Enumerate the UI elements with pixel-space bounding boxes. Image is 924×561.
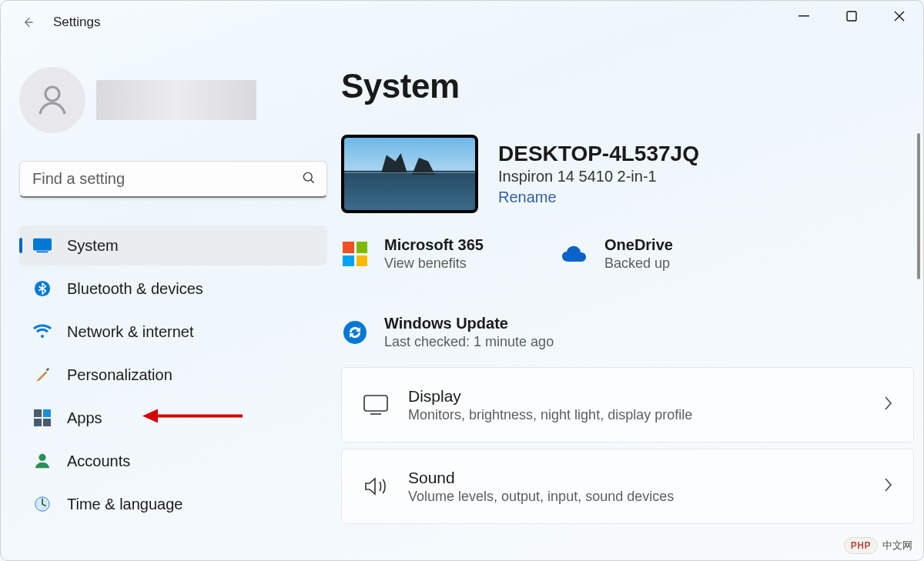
svg-point-13 [38, 454, 45, 461]
sidebar-item-label: Apps [67, 409, 102, 427]
status-tiles: Microsoft 365 View benefits OneDrive Bac… [341, 236, 914, 350]
sidebar: System Bluetooth & devices Network & int… [1, 61, 341, 560]
main-content: System DESKTOP-4L537JQ Inspiron 14 5410 … [341, 61, 923, 560]
watermark-badge: PHP [844, 537, 878, 554]
profile-block[interactable] [19, 67, 327, 133]
app-title: Settings [53, 15, 100, 30]
sidebar-item-apps[interactable]: Apps [19, 398, 327, 438]
scrollbar-thumb[interactable] [917, 133, 920, 279]
search-input[interactable] [19, 161, 327, 198]
wifi-icon [33, 322, 52, 341]
sidebar-item-label: Personalization [67, 366, 172, 384]
bluetooth-icon [33, 279, 52, 298]
paintbrush-icon [33, 366, 52, 384]
card-sound[interactable]: Sound Volume levels, output, input, soun… [341, 449, 914, 524]
system-icon [33, 236, 52, 255]
device-block: DESKTOP-4L537JQ Inspiron 14 5410 2-in-1 … [341, 135, 914, 213]
person-icon [34, 82, 71, 119]
tile-subtitle: Backed up [604, 255, 673, 272]
sidebar-item-network[interactable]: Network & internet [19, 312, 327, 352]
tile-title: Microsoft 365 [384, 236, 484, 254]
search-wrap [19, 161, 327, 198]
svg-rect-5 [37, 251, 49, 252]
svg-rect-9 [34, 419, 42, 426]
avatar [19, 67, 85, 133]
tile-windows-update[interactable]: Windows Update Last checked: 1 minute ag… [341, 315, 914, 350]
minimize-button[interactable] [780, 1, 828, 32]
sidebar-item-system[interactable]: System [19, 225, 327, 265]
sidebar-item-personalization[interactable]: Personalization [19, 355, 327, 395]
svg-point-2 [45, 87, 59, 101]
svg-rect-7 [34, 409, 42, 417]
display-icon [362, 391, 390, 419]
watermark: PHP 中文网 [844, 537, 912, 554]
arrow-left-icon [20, 15, 35, 30]
svg-rect-16 [364, 396, 387, 411]
sidebar-item-label: Network & internet [67, 323, 194, 341]
svg-point-15 [343, 321, 367, 344]
device-model: Inspiron 14 5410 2-in-1 [498, 168, 699, 185]
apps-icon [33, 409, 52, 427]
sidebar-item-label: System [67, 237, 119, 255]
tile-onedrive[interactable]: OneDrive Backed up [561, 236, 738, 272]
window-controls [780, 1, 923, 32]
back-button[interactable] [10, 5, 45, 40]
sidebar-item-label: Time & language [67, 496, 182, 513]
svg-rect-8 [43, 409, 51, 417]
watermark-text: 中文网 [882, 539, 912, 553]
maximize-button[interactable] [828, 1, 875, 32]
device-thumbnail[interactable] [341, 135, 478, 213]
card-title: Display [408, 387, 864, 406]
close-button[interactable] [875, 1, 923, 32]
chevron-right-icon [882, 395, 893, 415]
sidebar-item-label: Bluetooth & devices [67, 280, 203, 298]
rename-link[interactable]: Rename [498, 189, 699, 206]
card-display[interactable]: Display Monitors, brightness, night ligh… [341, 367, 914, 442]
titlebar: Settings [1, 1, 923, 44]
svg-rect-10 [43, 419, 51, 426]
accounts-icon [33, 452, 52, 470]
clock-globe-icon [33, 495, 52, 513]
svg-rect-1 [847, 12, 856, 21]
svg-rect-0 [798, 15, 809, 16]
tile-subtitle: Last checked: 1 minute ago [384, 334, 554, 350]
sound-icon [362, 473, 390, 500]
tile-subtitle: View benefits [384, 255, 484, 272]
sidebar-item-bluetooth[interactable]: Bluetooth & devices [19, 269, 327, 309]
sidebar-item-accounts[interactable]: Accounts [19, 441, 327, 481]
microsoft-365-icon [341, 240, 369, 268]
windows-update-icon [341, 319, 369, 346]
card-subtitle: Volume levels, output, input, sound devi… [408, 489, 864, 505]
tile-title: Windows Update [384, 315, 554, 332]
sidebar-item-time-language[interactable]: Time & language [19, 484, 327, 524]
minimize-icon [798, 11, 809, 22]
sidebar-item-label: Accounts [67, 452, 130, 470]
annotation-arrow-icon [142, 408, 243, 429]
search-icon [301, 170, 316, 189]
nav: System Bluetooth & devices Network & int… [19, 225, 327, 524]
layout: System Bluetooth & devices Network & int… [1, 61, 923, 560]
tile-title: OneDrive [604, 236, 673, 254]
onedrive-icon [561, 240, 589, 268]
svg-rect-4 [33, 239, 52, 251]
tile-microsoft-365[interactable]: Microsoft 365 View benefits [341, 236, 518, 272]
close-icon [894, 11, 905, 22]
maximize-icon [846, 11, 857, 22]
card-subtitle: Monitors, brightness, night light, displ… [408, 407, 864, 423]
device-name: DESKTOP-4L537JQ [498, 142, 699, 166]
page-title: System [341, 67, 914, 105]
card-title: Sound [408, 469, 864, 487]
device-info: DESKTOP-4L537JQ Inspiron 14 5410 2-in-1 … [498, 142, 699, 206]
chevron-right-icon [882, 476, 893, 496]
profile-name-placeholder [96, 80, 256, 120]
svg-point-3 [303, 172, 312, 181]
svg-marker-12 [142, 409, 158, 423]
